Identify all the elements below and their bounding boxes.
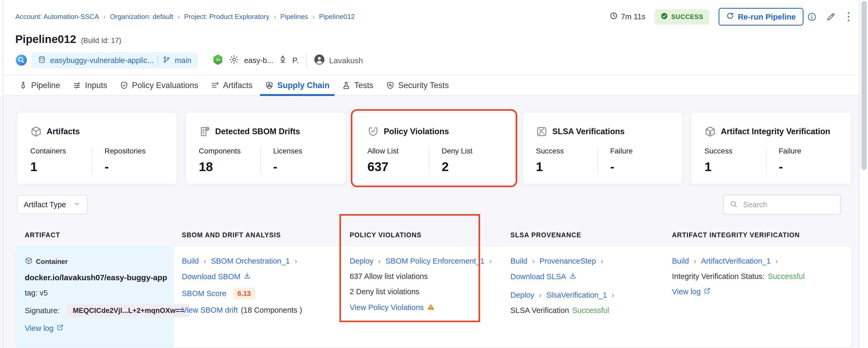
metric: Deny List 2: [429, 147, 503, 174]
cube-icon: [30, 126, 42, 137]
artifact-image-name: docker.io/lavakush07/easy-buggy-app: [25, 273, 167, 282]
drift-components-count: (18 Components ): [241, 306, 302, 315]
search-input[interactable]: [743, 200, 834, 209]
card-title-text: Artifacts: [46, 127, 80, 136]
run-duration: 7m 11s: [610, 12, 645, 22]
summary-card-sbom-drifts: Detected SBOM Drifts Components 18 Licen…: [186, 112, 346, 184]
branch-name[interactable]: main: [175, 56, 191, 65]
page: Account: Automation-SSCA › Organization:…: [0, 0, 868, 348]
trigger-name: easy-b...: [244, 56, 273, 65]
column-header-slsa-provenance: SLSA PROVENANCE: [502, 231, 664, 239]
artifact-type-dropdown[interactable]: Artifact Type: [17, 195, 88, 214]
more-options-kebab-icon[interactable]: [845, 10, 852, 23]
external-link-icon: [57, 324, 63, 333]
breadcrumb-separator-icon: ›: [177, 13, 180, 21]
step-link[interactable]: SlsaVerification_1: [546, 291, 607, 299]
edit-pencil-icon[interactable]: [826, 12, 836, 22]
chevron-separator: ›: [539, 291, 541, 299]
policy-violations-cell: Deploy › SBOM Policy Enforcement_1 › 637…: [342, 246, 502, 347]
integrity-status-label: Integrity Verification Status:: [672, 272, 765, 281]
tab-policy-evaluations[interactable]: Policy Evaluations: [114, 76, 205, 95]
metric: Failure -: [598, 147, 672, 174]
download-icon: [244, 272, 251, 281]
column-header-policy-violations: POLICY VIOLATIONS: [342, 231, 502, 239]
artifact-type-label: Container: [36, 258, 68, 266]
page-title: Pipeline012: [15, 33, 76, 46]
stage-link[interactable]: Build: [182, 257, 199, 265]
signature-label: Signature:: [25, 306, 60, 315]
artifact-tag: tag: v5: [25, 289, 48, 297]
step-link[interactable]: SBOM Policy Enforcement_1: [385, 257, 485, 265]
chevron-down-icon: [73, 200, 81, 209]
codebase-icon: [15, 54, 27, 67]
stage-link[interactable]: Build: [672, 257, 689, 265]
summary-card-artifact-integrity: Artifact Integrity Verification Success …: [691, 112, 851, 184]
breadcrumb: Account: Automation-SSCA › Organization:…: [15, 13, 355, 21]
step-link[interactable]: SBOM Orchestration_1: [211, 257, 290, 265]
tab-pipeline[interactable]: Pipeline: [13, 76, 66, 95]
rerun-pipeline-button[interactable]: Re-run Pipeline: [719, 8, 803, 26]
card-title-text: Artifact Integrity Verification: [721, 127, 830, 136]
refresh-icon: [726, 12, 734, 22]
sbom-score-label[interactable]: SBOM Score: [182, 289, 226, 298]
breadcrumb-organization[interactable]: Organization: default: [110, 13, 173, 21]
tab-inputs[interactable]: Inputs: [66, 76, 113, 95]
sbom-score-badge: 6.13: [233, 288, 255, 299]
summary-card-policy-violations: Policy Violations Allow List 637 Deny Li…: [354, 112, 514, 184]
chevron-separator: ›: [532, 257, 535, 265]
supply-chain-content: Artifacts Containers 1 Repositories -: [0, 112, 868, 347]
view-sbom-drift-link[interactable]: View SBOM drift: [182, 306, 238, 315]
column-header-artifact: ARTIFACT: [17, 231, 174, 239]
card-title-text: SLSA Verifications: [552, 127, 625, 136]
slsa-provenance-cell: Build › ProvenanceStep › Download SLSA D…: [502, 246, 664, 347]
metric: Failure -: [766, 147, 840, 174]
container-cube-icon: [25, 257, 33, 266]
stage-link[interactable]: Build: [510, 257, 528, 265]
breadcrumb-project[interactable]: Project: Product Exploratory: [184, 13, 270, 21]
executor-name: Lavakush: [329, 56, 363, 65]
chevron-separator: ›: [294, 257, 297, 265]
column-header-integrity: ARTIFACT INTEGRITY VERIFICATION: [664, 231, 851, 239]
repo-name[interactable]: easybuggy-vulnerable-applic...: [50, 56, 154, 65]
metric: Licenses -: [260, 147, 335, 174]
table-row: Container docker.io/lavakush07/easy-bugg…: [17, 246, 851, 347]
tab-artifacts[interactable]: Artifacts: [205, 76, 259, 95]
card-title-text: Policy Violations: [384, 127, 449, 136]
view-policy-violations-link[interactable]: View Policy Violations: [350, 303, 424, 312]
metric: Repositories -: [92, 147, 166, 174]
tab-bar: Pipeline Inputs Policy Evaluations Artif…: [4, 75, 868, 96]
stage-link[interactable]: Deploy: [350, 257, 373, 265]
metric: Containers 1: [30, 147, 92, 174]
tab-tests[interactable]: Tests: [336, 76, 379, 95]
download-slsa-link[interactable]: Download SLSA: [510, 272, 566, 281]
supply-chain-shield-icon: [265, 81, 274, 90]
repo-branch-pill[interactable]: easybuggy-vulnerable-applic... main: [32, 53, 198, 68]
avatar-icon: [314, 54, 325, 67]
breadcrumb-account[interactable]: Account: Automation-SSCA: [15, 13, 99, 21]
info-icon[interactable]: [807, 12, 817, 22]
trigger-webhook-icon: ∞: [212, 54, 224, 67]
scrollbar-thumb[interactable]: [861, 1, 867, 170]
gear-icon: [229, 54, 239, 67]
metric: Success 1: [704, 147, 766, 174]
stage-link[interactable]: Deploy: [510, 291, 534, 299]
download-icon: [569, 272, 577, 281]
tab-supply-chain[interactable]: Supply Chain: [259, 76, 336, 95]
view-log-link[interactable]: View log: [672, 287, 701, 296]
tab-security-tests[interactable]: Security Tests: [380, 76, 455, 95]
download-sbom-link[interactable]: Download SBOM: [182, 272, 240, 281]
trigger-user: P.: [292, 56, 299, 65]
git-branch-icon: [163, 56, 170, 65]
table-header-row: ARTIFACT SBOM AND DRIFT ANALYSIS POLICY …: [17, 224, 851, 246]
search-box: [723, 195, 841, 214]
metric: Success 1: [536, 147, 598, 174]
view-log-link[interactable]: View log: [25, 324, 54, 333]
step-link[interactable]: ArtifactVerification_1: [701, 257, 771, 265]
filter-row: Artifact Type: [17, 195, 851, 214]
chevron-separator: ›: [204, 257, 206, 265]
breadcrumb-pipelines[interactable]: Pipelines: [280, 13, 308, 21]
chevron-separator: ›: [489, 257, 492, 265]
step-link[interactable]: ProvenanceStep: [539, 257, 596, 265]
artifacts-list-icon: [211, 81, 219, 90]
slsa-icon: [536, 126, 548, 137]
